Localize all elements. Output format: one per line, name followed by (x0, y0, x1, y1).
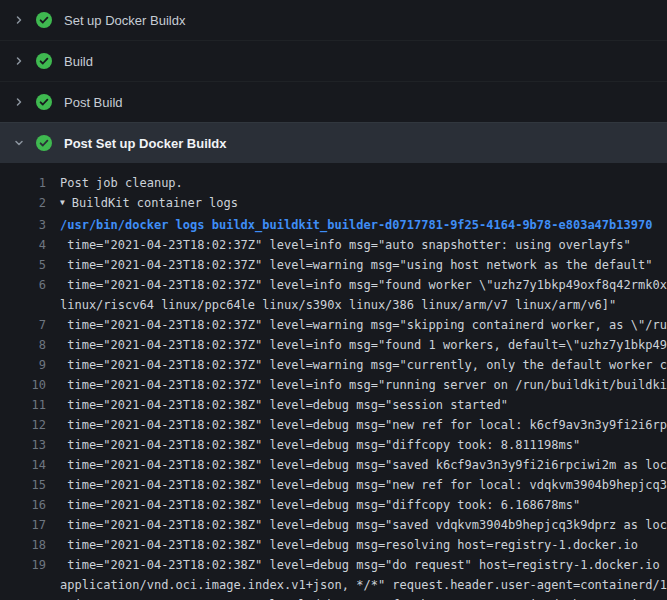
log-line-text: time="2021-04-23T18:02:38Z" level=debug … (46, 415, 667, 435)
log-line-continuation: application/vnd.oci.image.index.v1+json,… (46, 575, 667, 595)
log-line-number[interactable]: 9 (0, 355, 46, 375)
log-line-continuation: linux/riscv64 linux/ppc64le linux/s390x … (46, 295, 616, 315)
log-row: 1Post job cleanup. (0, 173, 667, 193)
log-line-text: /usr/bin/docker logs buildx_buildkit_bui… (46, 215, 652, 235)
chevron-right-icon (13, 96, 25, 108)
log-line-number[interactable]: 7 (0, 315, 46, 335)
log-line-text: time="2021-04-23T18:02:37Z" level=warnin… (46, 255, 652, 275)
log-row: 15 time="2021-04-23T18:02:38Z" level=deb… (0, 475, 667, 495)
log-row: 2▼BuildKit container logs (0, 193, 667, 215)
log-line-number[interactable]: 8 (0, 335, 46, 355)
log-line-text: time="2021-04-23T18:02:38Z" level=debug … (46, 475, 667, 495)
step-title: Set up Docker Buildx (64, 13, 185, 28)
triangle-down-icon: ▼ (60, 193, 65, 213)
log-line-number[interactable]: 6 (0, 275, 46, 295)
log-line-text: time="2021-04-23T18:02:38Z" level=debug … (46, 435, 580, 455)
log-line-number[interactable]: 1 (0, 173, 46, 193)
log-line-text: time="2021-04-23T18:02:37Z" level=warnin… (46, 315, 667, 335)
log-row: 13 time="2021-04-23T18:02:38Z" level=deb… (0, 435, 667, 455)
log-line-number[interactable]: 20 (0, 595, 46, 600)
log-row: 17 time="2021-04-23T18:02:38Z" level=deb… (0, 515, 667, 535)
log-line-number[interactable]: 10 (0, 375, 46, 395)
log-line-text: time="2021-04-23T18:02:37Z" level=info m… (46, 335, 667, 355)
log-line-number (0, 575, 46, 595)
log-row: 11 time="2021-04-23T18:02:38Z" level=deb… (0, 395, 667, 415)
log-row: 4 time="2021-04-23T18:02:37Z" level=info… (0, 235, 667, 255)
chevron-right-icon (13, 55, 25, 67)
log-line-number (0, 295, 46, 315)
log-line-number[interactable]: 11 (0, 395, 46, 415)
step-title: Post Set up Docker Buildx (64, 136, 227, 151)
log-line-text: time="2021-04-23T18:02:37Z" level=info m… (46, 275, 667, 295)
step-header-build[interactable]: Build (0, 40, 667, 81)
log-line-text: time="2021-04-23T18:02:38Z" level=debug … (46, 535, 638, 555)
log-line-number[interactable]: 15 (0, 475, 46, 495)
log-line-number[interactable]: 16 (0, 495, 46, 515)
log-line-text: time="2021-04-23T18:02:37Z" level=info m… (46, 375, 667, 395)
log-line-number[interactable]: 12 (0, 415, 46, 435)
log-row: 8 time="2021-04-23T18:02:37Z" level=info… (0, 335, 667, 355)
step-header-post-set-up-docker-buildx[interactable]: Post Set up Docker Buildx (0, 122, 667, 163)
log-line-number[interactable]: 4 (0, 235, 46, 255)
log-line-number[interactable]: 17 (0, 515, 46, 535)
log-line-number[interactable]: 3 (0, 215, 46, 235)
log-row: 14 time="2021-04-23T18:02:38Z" level=deb… (0, 455, 667, 475)
log-row: application/vnd.oci.image.index.v1+json,… (0, 575, 667, 595)
log-line-text: time="2021-04-23T18:02:38Z" level=debug … (46, 515, 667, 535)
log-line-text: time="2021-04-23T18:02:37Z" level=warnin… (46, 355, 667, 375)
log-row: 18 time="2021-04-23T18:02:38Z" level=deb… (0, 535, 667, 555)
log-group-toggle[interactable]: ▼BuildKit container logs (46, 193, 238, 215)
log-row: 19 time="2021-04-23T18:02:38Z" level=deb… (0, 555, 667, 575)
chevron-down-icon (13, 137, 25, 149)
log-row: 16 time="2021-04-23T18:02:38Z" level=deb… (0, 495, 667, 515)
chevron-right-icon (13, 14, 25, 26)
log-row: 12 time="2021-04-23T18:02:38Z" level=deb… (0, 415, 667, 435)
check-success-icon (36, 135, 52, 151)
step-header-post-build[interactable]: Post Build (0, 81, 667, 122)
log-line-number[interactable]: 2 (0, 193, 46, 215)
log-row: linux/riscv64 linux/ppc64le linux/s390x … (0, 295, 667, 315)
log-line-text: time="2021-04-23T18:02:38Z" level=debug … (46, 595, 667, 600)
log-row: 5 time="2021-04-23T18:02:37Z" level=warn… (0, 255, 667, 275)
log-line-text: time="2021-04-23T18:02:38Z" level=debug … (46, 395, 508, 415)
log-row: 9 time="2021-04-23T18:02:37Z" level=warn… (0, 355, 667, 375)
log-row: 6 time="2021-04-23T18:02:37Z" level=info… (0, 275, 667, 295)
log-line-text: time="2021-04-23T18:02:37Z" level=info m… (46, 235, 631, 255)
log-row: 20 time="2021-04-23T18:02:38Z" level=deb… (0, 595, 667, 600)
log-row: 7 time="2021-04-23T18:02:37Z" level=warn… (0, 315, 667, 335)
log-line-number[interactable]: 19 (0, 555, 46, 575)
log-line-text: time="2021-04-23T18:02:38Z" level=debug … (46, 455, 667, 475)
check-success-icon (36, 53, 52, 69)
step-header-set-up-docker-buildx[interactable]: Set up Docker Buildx (0, 0, 667, 40)
log-line-number[interactable]: 13 (0, 435, 46, 455)
log-line-text: time="2021-04-23T18:02:38Z" level=debug … (46, 555, 667, 575)
log-line-number[interactable]: 18 (0, 535, 46, 555)
step-title: Post Build (64, 95, 123, 110)
log-row: 3/usr/bin/docker logs buildx_buildkit_bu… (0, 215, 667, 235)
log-line-text: Post job cleanup. (46, 173, 183, 193)
log-row: 10 time="2021-04-23T18:02:37Z" level=inf… (0, 375, 667, 395)
log-line-number[interactable]: 5 (0, 255, 46, 275)
log-line-text: time="2021-04-23T18:02:38Z" level=debug … (46, 495, 580, 515)
log-line-number[interactable]: 14 (0, 455, 46, 475)
log-lines: 1Post job cleanup.2▼BuildKit container l… (0, 163, 667, 600)
step-title: Build (64, 54, 93, 69)
check-success-icon (36, 12, 52, 28)
workflow-steps-panel: Set up Docker Buildx Build Post Build Po… (0, 0, 667, 600)
check-success-icon (36, 94, 52, 110)
